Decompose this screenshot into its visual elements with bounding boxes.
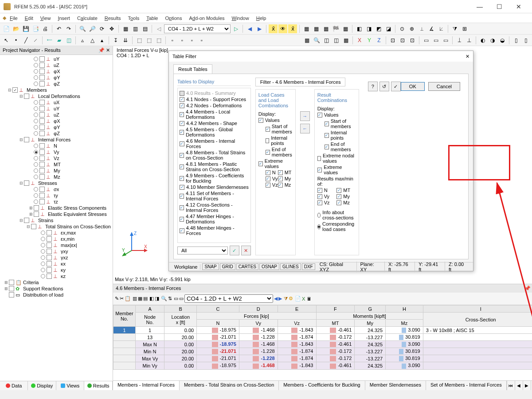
q1-icon[interactable]: ▭	[422, 36, 430, 45]
tt-g2-icon[interactable]: ▦	[138, 296, 142, 301]
maximize-button[interactable]: ☐	[489, 0, 509, 13]
last-icon[interactable]: ⊞	[460, 24, 469, 33]
table-list-item[interactable]: 4.11 Set of Members - Internal Forces	[180, 190, 249, 202]
menu-options[interactable]: Options	[161, 15, 185, 22]
load1-icon[interactable]: ↧	[111, 36, 120, 45]
dxf-toggle[interactable]: DXF	[302, 263, 315, 270]
cell-mz[interactable]: 3.090	[386, 341, 423, 348]
nav2-icon[interactable]: ▶	[255, 24, 264, 33]
node-icon[interactable]: •	[12, 36, 20, 45]
cell-x[interactable]: 20.00	[164, 348, 197, 355]
tab-results[interactable]: Results	[84, 381, 112, 390]
menu-help[interactable]: Help	[253, 15, 270, 22]
tool-a-icon[interactable]: x̄	[269, 24, 278, 33]
results-grid[interactable]: MemberNo.ABCDEFGHINodeNo.Locationx [ft]F…	[113, 305, 532, 380]
grid3-icon[interactable]: ▦	[321, 24, 330, 33]
tt-opts-icon[interactable]: ⚙	[289, 296, 293, 301]
cell-vy[interactable]: -1.228	[239, 355, 278, 362]
c2-end-check[interactable]	[325, 145, 329, 149]
table-list-item[interactable]: 4.47 Member Hinges - Deformations	[180, 213, 249, 225]
glines-toggle[interactable]: GLINES	[280, 263, 301, 270]
tt-del-icon[interactable]: ✂	[120, 296, 124, 301]
cell-vy[interactable]: -1.468	[239, 362, 278, 369]
tt-p1-icon[interactable]: ▭	[174, 296, 178, 301]
m3-icon[interactable]: ◩	[374, 24, 383, 33]
tt-b2-icon[interactable]: ◨	[155, 296, 159, 301]
cell-x[interactable]: 20.00	[164, 355, 197, 362]
table-tab-0[interactable]: Members - Internal Forces	[113, 381, 180, 390]
expand-icon[interactable]: ⊞	[4, 286, 9, 291]
w1-icon[interactable]: ⟘	[455, 36, 464, 45]
table-row[interactable]: Min Vy0.00-18.975-1.468-1.843-0.46124.32…	[113, 362, 532, 369]
expand-icon[interactable]: ⊟	[19, 94, 24, 98]
print-icon[interactable]: 🖨	[41, 24, 50, 33]
cell-node[interactable]: 1	[135, 327, 164, 334]
tt-p2-icon[interactable]: ▭	[179, 296, 184, 301]
tree-item[interactable]: ⊥κz	[1, 273, 112, 279]
cell-cs[interactable]	[423, 362, 532, 369]
table-list-item[interactable]: 4.48 Member Hinges - Forces	[180, 225, 249, 236]
tree-item[interactable]: ⊥εx,max	[1, 230, 112, 236]
tree-item[interactable]: ⊥Mz	[1, 174, 112, 180]
tp-pin-icon[interactable]: 📌	[524, 286, 531, 291]
c1-values-check[interactable]	[258, 118, 263, 123]
c2-vz-check[interactable]	[317, 200, 322, 205]
c1-mz-check[interactable]	[278, 183, 283, 188]
w2-icon[interactable]: ⊥	[465, 36, 473, 45]
cell-vz[interactable]: -1.843	[278, 341, 316, 348]
tree-item[interactable]: ⊥uZ	[1, 112, 112, 118]
expand-icon[interactable]: ⊟	[19, 218, 24, 223]
tt-next-icon[interactable]: ▶	[278, 296, 282, 301]
redo-icon[interactable]: ↷	[64, 24, 73, 33]
r1-icon[interactable]: ▦	[302, 36, 311, 45]
load2-icon[interactable]: ⇊	[121, 36, 130, 45]
tree-item[interactable]: ⊥My	[1, 168, 112, 174]
expand-icon[interactable]: ⊟	[26, 224, 31, 229]
cell-vz[interactable]: -1.874	[278, 355, 316, 362]
cell-node[interactable]: Max Vy	[135, 355, 164, 362]
loadcase-combo[interactable]: CO4 - 1.2D + L + W2	[164, 24, 231, 33]
copy-right-icon[interactable]: →	[300, 111, 310, 121]
menu-tools[interactable]: Tools	[124, 15, 143, 22]
close-button[interactable]: ✕	[509, 0, 528, 13]
c1-vz-check[interactable]	[266, 183, 270, 188]
tt-excel-icon[interactable]: X	[302, 296, 305, 301]
e3-icon[interactable]: ◒	[498, 36, 507, 45]
menu-results[interactable]: Results	[101, 15, 125, 22]
menu-insert[interactable]: Insert	[54, 15, 74, 22]
members-check[interactable]: ✓	[12, 87, 18, 93]
menu-table[interactable]: Table	[143, 15, 161, 22]
member-icon[interactable]: ⬳	[45, 36, 54, 45]
e1-icon[interactable]: ◐	[478, 36, 487, 45]
cell-mz[interactable]: 30.819	[386, 355, 423, 362]
table-list-item[interactable]: 4.6 Members - Internal Forces	[180, 138, 249, 149]
cell-vz[interactable]: -1.843	[278, 362, 316, 369]
tree-item[interactable]: ⊥σx	[1, 186, 112, 192]
cell-cs[interactable]	[423, 355, 532, 362]
c1-vy-check[interactable]	[266, 176, 270, 181]
cursor-icon[interactable]: ↖	[2, 36, 11, 45]
filter-icon[interactable]: ⧩	[450, 24, 459, 33]
table-list-item[interactable]: 4.12 Cross-Sections - Internal Forces	[180, 202, 249, 213]
q2-icon[interactable]: ▭	[431, 36, 440, 45]
cell-n[interactable]: -21.071	[197, 348, 239, 355]
cell-cs[interactable]	[423, 334, 532, 341]
table-tab-3[interactable]: Member Slendernesses	[365, 381, 426, 390]
tree-item[interactable]: ⊥κy	[1, 267, 112, 273]
nav1-icon[interactable]: ◀	[245, 24, 254, 33]
tabnav-next-icon[interactable]: ▶	[523, 381, 531, 390]
table-list-item[interactable]: 4.0 Results - Summary	[180, 90, 249, 96]
tree-item[interactable]: ⊥τy	[1, 192, 112, 199]
sup1-icon[interactable]: ▵	[78, 36, 87, 45]
r4-icon[interactable]: ◫	[332, 36, 340, 45]
table-list-item[interactable]: 4.5 Members - Global Deformations	[180, 126, 249, 138]
tab-views[interactable]: Views	[56, 381, 84, 390]
cell-vy[interactable]: -1.228	[239, 348, 278, 355]
rxy-icon[interactable]: X	[355, 36, 364, 45]
expand-icon[interactable]: ⊟	[7, 88, 12, 92]
table-tab-2[interactable]: Members - Coefficients for Buckling	[279, 381, 365, 390]
c2-info-radio[interactable]	[317, 213, 321, 218]
tabnav-prev-icon[interactable]: ◀	[515, 381, 523, 390]
tt-g1-icon[interactable]: ▥	[133, 296, 137, 301]
c2-values-check[interactable]	[317, 113, 322, 117]
